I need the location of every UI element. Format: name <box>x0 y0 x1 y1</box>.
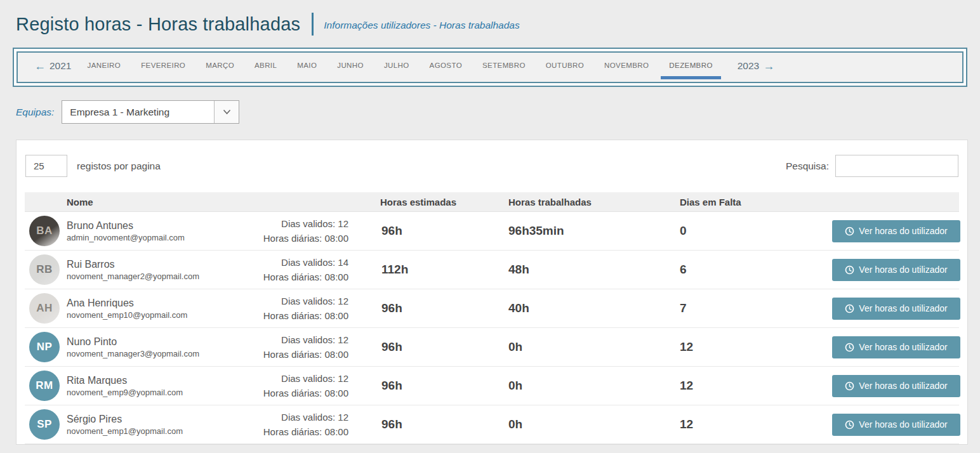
column-header-horas-trabalhadas: Horas trabalhadas <box>508 197 680 207</box>
avatar: NP <box>29 332 60 362</box>
clock-icon <box>845 381 854 391</box>
title-divider <box>312 13 314 36</box>
estimated-hours-value: 96h <box>348 379 508 393</box>
avatar-initials: BA <box>36 225 53 237</box>
month-tab[interactable]: JANEIRO <box>85 62 122 73</box>
clock-icon <box>845 265 854 275</box>
user-name: Rita Marques <box>67 374 222 387</box>
estimated-hours-value: 96h <box>348 301 508 315</box>
month-tab[interactable]: MARÇO <box>204 62 236 73</box>
valid-days-text: Dias validos: 12 <box>222 371 348 386</box>
table-row: RM Rita Marques novoment_emp9@yopmail.co… <box>25 367 959 405</box>
month-tab[interactable]: NOVEMBRO <box>602 62 651 73</box>
view-user-hours-button[interactable]: Ver horas do utilizador <box>832 298 960 320</box>
page-size-input[interactable] <box>25 155 67 177</box>
column-header-dias-em-falta: Dias em Falta <box>680 197 832 207</box>
month-tab[interactable]: MAIO <box>295 62 319 73</box>
month-tab[interactable]: AGOSTO <box>428 62 464 73</box>
worked-hours-value: 40h <box>508 301 680 315</box>
estimated-hours-value: 112h <box>348 263 508 277</box>
view-user-hours-button[interactable]: Ver horas do utilizador <box>832 336 960 358</box>
daily-hours-text: Horas diárias: 08:00 <box>222 231 348 246</box>
month-tab[interactable]: FEVEREIRO <box>139 62 187 73</box>
table-row: AH Ana Henriques novoment_emp10@yopmail.… <box>25 289 959 328</box>
view-user-hours-button[interactable]: Ver horas do utilizador <box>832 259 960 281</box>
worked-hours-value: 0h <box>508 379 680 393</box>
view-user-hours-button[interactable]: Ver horas do utilizador <box>832 375 960 397</box>
avatar: AH <box>29 293 60 324</box>
daily-hours-text: Horas diárias: 08:00 <box>222 347 348 362</box>
valid-days-text: Dias validos: 12 <box>222 294 348 308</box>
arrow-left-icon: ← <box>34 60 46 72</box>
table-row: NP Nuno Pinto novoment_manager3@yopmail.… <box>25 328 959 367</box>
daily-hours-text: Horas diárias: 08:00 <box>222 270 348 284</box>
column-header-nome: Nome <box>67 197 222 207</box>
next-year-label: 2023 <box>738 60 759 72</box>
month-tab[interactable]: ABRIL <box>253 62 279 73</box>
view-user-hours-label: Ver horas do utilizador <box>859 303 947 313</box>
worked-hours-value: 48h <box>508 263 680 277</box>
team-select-value: Empresa 1 - Marketing <box>62 101 214 123</box>
table-header-row: Nome Horas estimadas Horas trabalhadas D… <box>25 192 959 212</box>
month-navigation-bar: ← 2021 JANEIROFEVEREIROMARÇOABRILMAIOJUN… <box>13 48 967 87</box>
clock-icon <box>845 343 854 352</box>
avatar-initials: NP <box>37 341 53 353</box>
table-body: BA Bruno Antunes admin_novoment@yopmail.… <box>25 212 959 444</box>
month-tab[interactable]: DEZEMBRO <box>667 62 714 73</box>
table-row: SP Sérgio Pires novoment_emp1@yopmail.co… <box>25 405 959 444</box>
team-select[interactable]: Empresa 1 - Marketing <box>62 100 239 124</box>
user-email: novoment_manager3@yopmail.com <box>67 348 222 360</box>
estimated-hours-value: 96h <box>348 224 508 238</box>
daily-hours-text: Horas diárias: 08:00 <box>222 386 348 400</box>
avatar-initials: SP <box>37 418 52 431</box>
user-email: novoment_emp9@yopmail.com <box>67 387 222 398</box>
missing-days-value: 12 <box>680 417 832 431</box>
daily-hours-text: Horas diárias: 08:00 <box>222 308 348 323</box>
worked-hours-value: 96h35min <box>508 224 680 238</box>
user-email: novoment_emp1@yopmail.com <box>67 426 222 437</box>
worked-hours-value: 0h <box>508 340 680 354</box>
view-user-hours-button[interactable]: Ver horas do utilizador <box>832 414 960 436</box>
valid-days-text: Dias validos: 12 <box>222 410 348 424</box>
user-name: Bruno Antunes <box>67 219 222 232</box>
month-tab[interactable]: JULHO <box>382 62 411 73</box>
missing-days-value: 12 <box>680 340 832 354</box>
table-controls: registos por pagina Pesquisa: <box>25 155 958 177</box>
chevron-down-icon <box>214 101 239 123</box>
worked-hours-value: 0h <box>508 417 680 431</box>
view-user-hours-button[interactable]: Ver horas do utilizador <box>832 220 960 242</box>
missing-days-value: 0 <box>680 224 832 238</box>
search-input[interactable] <box>835 155 958 177</box>
missing-days-value: 7 <box>680 301 832 315</box>
view-user-hours-label: Ver horas do utilizador <box>859 342 947 352</box>
user-name: Nuno Pinto <box>67 335 222 348</box>
avatar: SP <box>29 409 60 440</box>
daily-hours-text: Horas diárias: 08:00 <box>222 424 348 439</box>
view-user-hours-label: Ver horas do utilizador <box>859 419 947 430</box>
avatar-initials: RB <box>36 263 53 276</box>
next-year-button[interactable]: 2023 → <box>738 60 774 74</box>
month-tab[interactable]: SETEMBRO <box>480 62 527 73</box>
user-email: novoment_manager2@yopmail.com <box>67 271 222 282</box>
estimated-hours-value: 96h <box>348 340 508 354</box>
estimated-hours-value: 96h <box>348 417 508 431</box>
column-header-horas-estimadas: Horas estimadas <box>348 197 508 207</box>
missing-days-value: 12 <box>680 379 832 393</box>
page-size-label: registos por pagina <box>77 161 161 172</box>
avatar-initials: RM <box>36 379 53 392</box>
user-name: Rui Barros <box>67 258 222 271</box>
clock-icon <box>845 304 854 313</box>
month-tabs: JANEIROFEVEREIROMARÇOABRILMAIOJUNHOJULHO… <box>85 62 731 73</box>
team-filter-row: Equipas: Empresa 1 - Marketing <box>16 100 980 124</box>
table-row: BA Bruno Antunes admin_novoment@yopmail.… <box>25 212 959 251</box>
search-label: Pesquisa: <box>786 161 829 172</box>
valid-days-text: Dias validos: 12 <box>222 332 348 347</box>
missing-days-value: 6 <box>680 263 832 277</box>
month-tab[interactable]: JUNHO <box>335 62 366 73</box>
clock-icon <box>845 420 854 430</box>
view-user-hours-label: Ver horas do utilizador <box>859 381 947 391</box>
page-subtitle: Informações utilizadores - Horas trabalh… <box>324 17 519 31</box>
month-tab[interactable]: OUTUBRO <box>544 62 586 73</box>
prev-year-button[interactable]: ← 2021 <box>34 60 71 74</box>
view-user-hours-label: Ver horas do utilizador <box>859 226 947 236</box>
